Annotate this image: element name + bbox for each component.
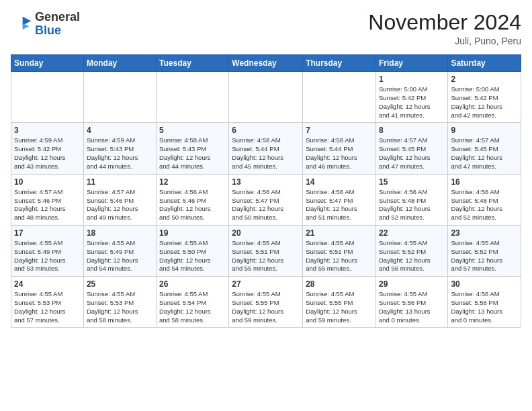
day-info: Sunrise: 4:55 AM Sunset: 5:51 PM Dayligh…	[306, 239, 373, 273]
logo-blue: Blue	[35, 24, 80, 38]
weekday-header-friday: Friday	[375, 55, 447, 72]
header: General Blue November 2024 Juli, Puno, P…	[11, 11, 521, 46]
calendar-cell: 20Sunrise: 4:55 AM Sunset: 5:51 PM Dayli…	[229, 225, 303, 276]
day-info: Sunrise: 4:55 AM Sunset: 5:51 PM Dayligh…	[232, 239, 300, 273]
weekday-header-monday: Monday	[83, 55, 156, 72]
calendar-cell: 23Sunrise: 4:55 AM Sunset: 5:52 PM Dayli…	[448, 225, 521, 276]
calendar-cell: 22Sunrise: 4:55 AM Sunset: 5:52 PM Dayli…	[375, 225, 447, 276]
day-number: 23	[451, 228, 518, 238]
day-number: 27	[232, 279, 300, 289]
calendar-cell	[303, 72, 376, 123]
week-row-3: 10Sunrise: 4:57 AM Sunset: 5:46 PM Dayli…	[11, 174, 521, 225]
day-info: Sunrise: 4:56 AM Sunset: 5:56 PM Dayligh…	[451, 290, 518, 324]
day-info: Sunrise: 5:00 AM Sunset: 5:42 PM Dayligh…	[451, 85, 518, 120]
calendar-cell: 29Sunrise: 4:55 AM Sunset: 5:56 PM Dayli…	[375, 277, 447, 328]
calendar-cell: 1Sunrise: 5:00 AM Sunset: 5:42 PM Daylig…	[375, 72, 447, 123]
day-number: 8	[379, 126, 445, 135]
calendar-cell: 17Sunrise: 4:55 AM Sunset: 5:49 PM Dayli…	[11, 225, 84, 276]
calendar-cell: 24Sunrise: 4:55 AM Sunset: 5:53 PM Dayli…	[11, 277, 84, 328]
day-info: Sunrise: 4:56 AM Sunset: 5:46 PM Dayligh…	[159, 188, 226, 222]
svg-marker-1	[23, 23, 30, 30]
day-number: 4	[87, 126, 153, 135]
title-area: November 2024 Juli, Puno, Peru	[368, 11, 521, 46]
calendar-cell: 3Sunrise: 4:59 AM Sunset: 5:42 PM Daylig…	[11, 123, 84, 174]
calendar-cell: 4Sunrise: 4:59 AM Sunset: 5:43 PM Daylig…	[83, 123, 156, 174]
day-number: 25	[87, 279, 153, 289]
calendar-cell: 28Sunrise: 4:55 AM Sunset: 5:55 PM Dayli…	[303, 277, 376, 328]
calendar-cell: 25Sunrise: 4:55 AM Sunset: 5:53 PM Dayli…	[83, 277, 156, 328]
day-info: Sunrise: 4:57 AM Sunset: 5:46 PM Dayligh…	[87, 188, 153, 222]
calendar-cell: 30Sunrise: 4:56 AM Sunset: 5:56 PM Dayli…	[448, 277, 521, 328]
day-number: 12	[159, 177, 226, 187]
day-number: 16	[451, 177, 518, 187]
weekday-header-sunday: Sunday	[11, 55, 84, 72]
calendar-cell: 2Sunrise: 5:00 AM Sunset: 5:42 PM Daylig…	[448, 72, 521, 123]
week-row-2: 3Sunrise: 4:59 AM Sunset: 5:42 PM Daylig…	[11, 123, 521, 174]
day-info: Sunrise: 4:57 AM Sunset: 5:46 PM Dayligh…	[14, 188, 81, 222]
day-info: Sunrise: 4:55 AM Sunset: 5:53 PM Dayligh…	[14, 290, 81, 324]
week-row-4: 17Sunrise: 4:55 AM Sunset: 5:49 PM Dayli…	[11, 225, 521, 276]
day-number: 14	[306, 177, 373, 187]
day-info: Sunrise: 4:55 AM Sunset: 5:55 PM Dayligh…	[306, 290, 373, 324]
calendar-cell	[83, 72, 156, 123]
day-number: 9	[451, 126, 518, 135]
day-number: 11	[87, 177, 153, 187]
day-number: 13	[232, 177, 300, 187]
day-info: Sunrise: 4:57 AM Sunset: 5:45 PM Dayligh…	[451, 136, 518, 171]
day-number: 28	[306, 279, 373, 289]
day-info: Sunrise: 4:58 AM Sunset: 5:44 PM Dayligh…	[306, 136, 373, 171]
day-info: Sunrise: 4:56 AM Sunset: 5:47 PM Dayligh…	[232, 188, 300, 222]
day-info: Sunrise: 5:00 AM Sunset: 5:42 PM Dayligh…	[379, 85, 445, 120]
logo-general: General	[35, 11, 80, 24]
calendar-cell: 9Sunrise: 4:57 AM Sunset: 5:45 PM Daylig…	[448, 123, 521, 174]
weekday-header-saturday: Saturday	[448, 55, 521, 72]
day-info: Sunrise: 4:57 AM Sunset: 5:45 PM Dayligh…	[379, 136, 445, 171]
calendar-header: SundayMondayTuesdayWednesdayThursdayFrid…	[11, 55, 521, 72]
calendar-cell: 18Sunrise: 4:55 AM Sunset: 5:49 PM Dayli…	[83, 225, 156, 276]
day-info: Sunrise: 4:56 AM Sunset: 5:48 PM Dayligh…	[379, 188, 445, 222]
day-number: 18	[87, 228, 153, 238]
calendar-cell: 11Sunrise: 4:57 AM Sunset: 5:46 PM Dayli…	[83, 174, 156, 225]
day-number: 29	[379, 279, 445, 289]
calendar-cell: 7Sunrise: 4:58 AM Sunset: 5:44 PM Daylig…	[303, 123, 376, 174]
calendar-cell: 5Sunrise: 4:58 AM Sunset: 5:43 PM Daylig…	[157, 123, 229, 174]
day-number: 15	[379, 177, 445, 187]
day-info: Sunrise: 4:55 AM Sunset: 5:53 PM Dayligh…	[87, 290, 153, 324]
calendar-cell: 13Sunrise: 4:56 AM Sunset: 5:47 PM Dayli…	[229, 174, 303, 225]
day-info: Sunrise: 4:55 AM Sunset: 5:50 PM Dayligh…	[159, 239, 226, 273]
calendar-cell: 27Sunrise: 4:55 AM Sunset: 5:55 PM Dayli…	[229, 277, 303, 328]
day-info: Sunrise: 4:55 AM Sunset: 5:56 PM Dayligh…	[379, 290, 445, 324]
calendar-cell: 8Sunrise: 4:57 AM Sunset: 5:45 PM Daylig…	[375, 123, 447, 174]
calendar-cell: 19Sunrise: 4:55 AM Sunset: 5:50 PM Dayli…	[157, 225, 229, 276]
week-row-5: 24Sunrise: 4:55 AM Sunset: 5:53 PM Dayli…	[11, 277, 521, 328]
day-number: 20	[232, 228, 300, 238]
day-info: Sunrise: 4:58 AM Sunset: 5:44 PM Dayligh…	[232, 136, 300, 171]
day-info: Sunrise: 4:58 AM Sunset: 5:43 PM Dayligh…	[159, 136, 226, 171]
day-number: 26	[159, 279, 226, 289]
day-number: 5	[159, 126, 226, 135]
day-info: Sunrise: 4:55 AM Sunset: 5:49 PM Dayligh…	[87, 239, 153, 273]
location: Juli, Puno, Peru	[368, 36, 521, 46]
calendar-cell: 16Sunrise: 4:56 AM Sunset: 5:48 PM Dayli…	[448, 174, 521, 225]
day-info: Sunrise: 4:59 AM Sunset: 5:42 PM Dayligh…	[14, 136, 81, 171]
calendar: SundayMondayTuesdayWednesdayThursdayFrid…	[11, 54, 521, 328]
day-number: 10	[14, 177, 81, 187]
day-number: 21	[306, 228, 373, 238]
day-info: Sunrise: 4:55 AM Sunset: 5:54 PM Dayligh…	[159, 290, 226, 324]
weekday-header-wednesday: Wednesday	[229, 55, 303, 72]
day-number: 1	[379, 75, 445, 84]
day-info: Sunrise: 4:55 AM Sunset: 5:55 PM Dayligh…	[232, 290, 300, 324]
calendar-cell: 14Sunrise: 4:56 AM Sunset: 5:47 PM Dayli…	[303, 174, 376, 225]
weekday-header-thursday: Thursday	[303, 55, 376, 72]
calendar-cell: 21Sunrise: 4:55 AM Sunset: 5:51 PM Dayli…	[303, 225, 376, 276]
calendar-cell: 15Sunrise: 4:56 AM Sunset: 5:48 PM Dayli…	[375, 174, 447, 225]
calendar-cell: 26Sunrise: 4:55 AM Sunset: 5:54 PM Dayli…	[157, 277, 229, 328]
calendar-cell	[11, 72, 84, 123]
logo-text: General Blue	[35, 11, 80, 38]
month-title: November 2024	[368, 11, 521, 34]
calendar-cell: 10Sunrise: 4:57 AM Sunset: 5:46 PM Dayli…	[11, 174, 84, 225]
week-row-1: 1Sunrise: 5:00 AM Sunset: 5:42 PM Daylig…	[11, 72, 521, 123]
day-info: Sunrise: 4:56 AM Sunset: 5:48 PM Dayligh…	[451, 188, 518, 222]
day-number: 7	[306, 126, 373, 135]
day-info: Sunrise: 4:55 AM Sunset: 5:52 PM Dayligh…	[451, 239, 518, 273]
